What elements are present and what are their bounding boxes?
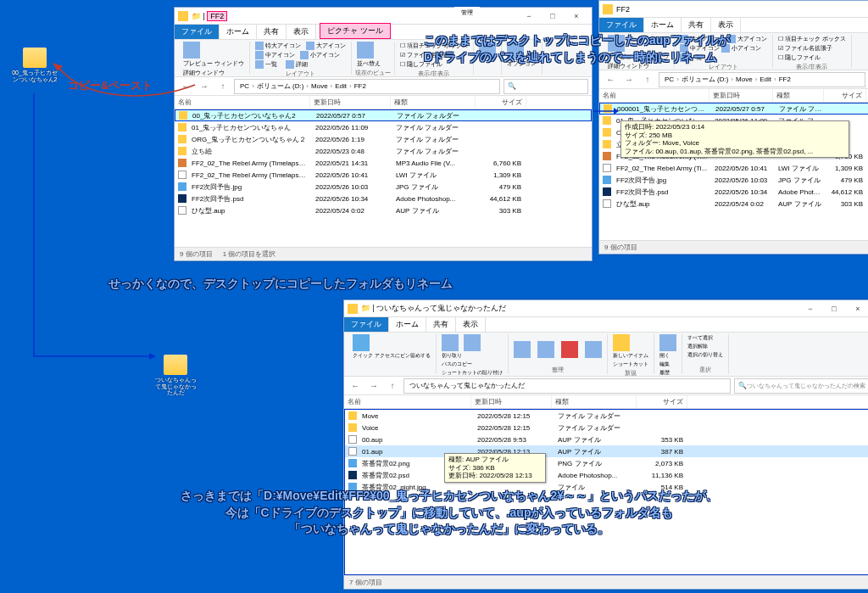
up-button[interactable]: ↑ — [640, 72, 655, 87]
tab-file[interactable]: ファイル — [599, 18, 644, 32]
ribbon-options[interactable] — [505, 42, 538, 59]
ribbon-hidesel[interactable] — [477, 42, 498, 59]
breadcrumb-item[interactable]: Move — [309, 82, 330, 90]
table-row[interactable]: FF2_02_The Rebel Army (Ti...2022/05/26 1… — [599, 162, 868, 174]
ribbon-props[interactable] — [658, 334, 678, 351]
maximize-button[interactable]: □ — [541, 9, 565, 23]
table-row[interactable]: FF2_02_The Rebel Army (Timelapse Remix..… — [175, 157, 592, 169]
forward-button[interactable]: → — [366, 378, 381, 394]
breadcrumb-item[interactable]: Edit — [758, 76, 773, 83]
search-input[interactable]: 🔍 ついなちゃんって鬼じゃなかったんだの検索 — [734, 378, 868, 394]
ribbon-detail[interactable]: 詳細ウィンドウ — [181, 69, 246, 77]
tab-file[interactable]: ファイル — [344, 317, 389, 332]
tab-view[interactable]: 表示 — [456, 317, 486, 332]
ribbon-list[interactable]: 一覧 詳細 — [253, 60, 348, 69]
table-row[interactable]: FF2次回予告.jpg2022/05/26 10:03JPG ファイル479 K… — [599, 174, 868, 186]
breadcrumb[interactable]: PC›ボリューム (D:)›Move›Edit›FF2 — [659, 72, 865, 87]
breadcrumb-item[interactable]: ボリューム (D:) — [255, 81, 306, 91]
col-name[interactable]: 名前 — [599, 89, 709, 102]
ribbon-paste[interactable] — [462, 334, 482, 351]
table-row[interactable]: 茶番背景02_night.jpgファイル514 KB — [345, 481, 868, 493]
breadcrumb-item[interactable]: PC — [663, 76, 676, 83]
ribbon-nav-pane[interactable] — [181, 42, 246, 59]
table-row[interactable]: FF2_02_The Rebel Army (Timelapse Remix..… — [175, 169, 592, 181]
ribbon-xlarge[interactable]: 特大アイコン 大アイコン — [253, 42, 348, 50]
table-row[interactable]: Voice2022/05/28 12:15ファイル フォルダー — [345, 422, 868, 434]
col-name[interactable]: 名前 — [175, 96, 310, 109]
tab-home[interactable]: ホーム — [220, 25, 257, 39]
breadcrumb-item[interactable]: FF2 — [353, 82, 368, 90]
col-type[interactable]: 種類 — [773, 89, 824, 102]
col-date[interactable]: 更新日時 — [709, 89, 773, 102]
table-row[interactable]: 000001_鬼っ子ヒカセンついなちゃん22022/05/27 0:57ファイル… — [599, 103, 868, 115]
table-row[interactable]: FF2次回予告.psd2022/05/26 10:34Adobe Photosh… — [599, 186, 868, 198]
close-button[interactable]: × — [846, 302, 868, 316]
up-button[interactable]: ↑ — [215, 79, 231, 94]
tab-home[interactable]: ホーム — [389, 317, 426, 332]
minimize-button[interactable]: − — [798, 302, 822, 316]
file-list[interactable]: 00_鬼っ子ヒカセンついなちゃん22022/05/27 0:57ファイル フォル… — [175, 109, 592, 247]
up-button[interactable]: ↑ — [385, 378, 400, 394]
col-size[interactable]: サイズ — [824, 89, 866, 102]
col-type[interactable]: 種類 — [552, 395, 637, 408]
table-row[interactable]: 立ち絵2022/05/23 0:48ファイル フォルダー — [175, 145, 592, 157]
tab-view[interactable]: 表示 — [287, 25, 316, 39]
col-size[interactable]: サイズ — [476, 96, 526, 109]
col-size[interactable]: サイズ — [637, 395, 687, 408]
breadcrumb[interactable]: ついなちゃんって鬼じゃなかったんだ — [403, 378, 731, 394]
back-button[interactable]: ← — [178, 79, 193, 94]
ribbon-rename[interactable] — [583, 334, 604, 365]
table-row[interactable]: Move2022/05/28 12:15ファイル フォルダー — [345, 410, 868, 422]
minimize-button[interactable]: − — [517, 9, 541, 23]
file-list[interactable]: Move2022/05/28 12:15ファイル フォルダーVoice2022/… — [344, 409, 868, 575]
ribbon-copyto[interactable] — [536, 334, 556, 365]
table-row[interactable]: 00.aup2022/05/28 9:53AUP ファイル353 KB — [345, 434, 868, 445]
table-row[interactable]: ひな型.aup2022/05/24 0:02AUP ファイル303 KB — [599, 198, 868, 210]
ribbon-delete[interactable] — [559, 334, 580, 365]
tab-picture-tools[interactable]: ピクチャ ツール — [320, 23, 391, 39]
breadcrumb-item[interactable]: ボリューム (D:) — [680, 75, 731, 84]
back-button[interactable]: ← — [348, 378, 363, 394]
ribbon-medium[interactable]: 中アイコン 小アイコン — [253, 51, 348, 59]
desktop-folder-icon-2[interactable]: ついなちゃんって鬼じゃなかったんだ — [153, 355, 198, 396]
breadcrumb-item[interactable]: FF2 — [777, 76, 793, 83]
breadcrumb[interactable]: PC›ボリューム (D:)›Move›Edit›FF2 — [234, 79, 500, 94]
col-date[interactable]: 更新日時 — [310, 96, 391, 109]
breadcrumb-item[interactable]: PC — [238, 82, 251, 90]
col-type[interactable]: 種類 — [391, 96, 476, 109]
ribbon-hidden[interactable]: ☐ 隠しファイル — [398, 60, 470, 69]
ribbon-newfolder[interactable] — [611, 334, 650, 351]
forward-button[interactable]: → — [197, 79, 212, 94]
tab-home[interactable]: ホーム — [644, 18, 682, 32]
ribbon-copy[interactable] — [440, 334, 460, 351]
table-row[interactable]: 茶番背景02.psdAdobe Photoshop...11,136 KB — [345, 469, 868, 481]
table-row[interactable]: 00_鬼っ子ヒカセンついなちゃん22022/05/27 0:57ファイル フォル… — [175, 109, 592, 121]
col-date[interactable]: 更新日時 — [471, 395, 552, 408]
close-button[interactable]: × — [565, 9, 588, 23]
ribbon-preview[interactable]: プレビュー ウィンドウ — [181, 59, 246, 68]
tab-share[interactable]: 共有 — [682, 18, 711, 32]
ribbon-chk[interactable]: ☐ 項目チェック ボックス — [398, 42, 470, 50]
table-row[interactable]: 01_鬼っ子ヒカセンついなちゃん2022/05/26 11:09ファイル フォル… — [175, 121, 592, 133]
tab-view[interactable]: 表示 — [711, 18, 741, 32]
forward-button[interactable]: → — [621, 72, 637, 87]
ribbon-pin[interactable] — [351, 334, 432, 351]
table-row[interactable]: ORG_鬼っ子ヒカセンついなちゃん２2022/05/26 1:19ファイル フォ… — [175, 133, 592, 145]
col-name[interactable]: 名前 — [344, 395, 471, 408]
ribbon-sort[interactable]: 並べ替え — [355, 59, 391, 68]
titlebar[interactable]: FF2 — [599, 1, 868, 18]
titlebar[interactable]: 📁 | ついなちゃんって鬼じゃなかったんだ − □ × — [344, 300, 868, 317]
table-row[interactable]: ひな型.aup2022/05/24 0:02AUP ファイル303 KB — [175, 204, 592, 216]
breadcrumb-item[interactable]: ついなちゃんって鬼じゃなかったんだ — [408, 381, 526, 390]
maximize-button[interactable]: □ — [822, 302, 846, 316]
tab-file[interactable]: ファイル — [175, 25, 220, 39]
tab-manage[interactable]: 管理 — [454, 7, 480, 19]
breadcrumb-item[interactable]: Move — [734, 76, 754, 83]
ribbon-ext[interactable]: ☑ ファイル名拡張子 — [398, 51, 470, 59]
search-input[interactable]: 🔍 — [504, 79, 588, 94]
tab-share[interactable]: 共有 — [257, 25, 287, 39]
table-row[interactable]: FF2次回予告.jpg2022/05/26 10:03JPG ファイル479 K… — [175, 181, 592, 193]
table-row[interactable]: 01.aup2022/05/28 12:13AUP ファイル387 KB — [345, 445, 868, 457]
table-row[interactable]: 茶番背景02.png2022/05/28 12:06PNG ファイル2,073 … — [345, 457, 868, 469]
tab-share[interactable]: 共有 — [426, 317, 456, 332]
